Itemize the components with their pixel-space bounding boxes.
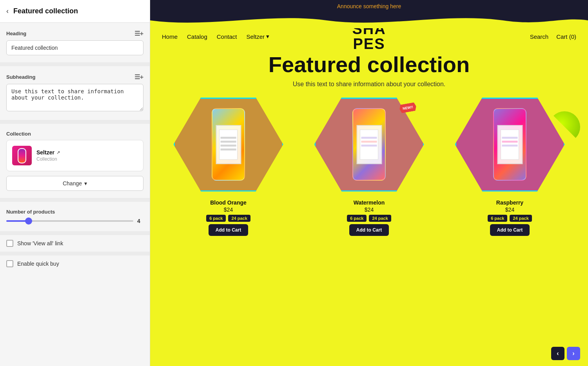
add-to-cart-3[interactable]: Add to Cart xyxy=(490,224,530,236)
divider-3 xyxy=(0,198,150,202)
divider-2 xyxy=(0,120,150,124)
collection-card: Seltzer ↗ Collection xyxy=(6,140,143,171)
can-1 xyxy=(212,108,245,181)
pack-badge-24-3[interactable]: 24 pack xyxy=(510,215,532,222)
product-hex-2: NEW!! xyxy=(314,96,424,194)
svg-rect-6 xyxy=(361,137,377,139)
product-info-3: Raspberry $24 6 pack 24 pack Add to Cart xyxy=(488,199,532,236)
products-count-value: 4 xyxy=(137,218,143,224)
divider-4 xyxy=(0,231,150,235)
product-name-2: Watermelon xyxy=(347,199,391,206)
svg-rect-11 xyxy=(502,141,518,143)
svg-rect-7 xyxy=(361,141,377,143)
product-price-1: $24 xyxy=(206,207,250,213)
heading-label: Heading ☰+ xyxy=(6,30,143,37)
seltzer-dropdown-icon: ▾ xyxy=(266,33,269,40)
nav-search[interactable]: Search xyxy=(530,33,549,40)
nav-right: Search Cart (0) xyxy=(530,33,576,40)
product-card-2: NEW!! Watermelon $24 6 pack 24 pack Add … xyxy=(299,96,439,236)
range-row: 4 xyxy=(6,218,143,224)
panel-title: Featured collection xyxy=(13,7,78,15)
subheading-section: Subheading ☰+ Use this text to share inf… xyxy=(0,66,150,120)
can-label-3 xyxy=(497,125,523,164)
svg-rect-3 xyxy=(221,145,236,147)
panel-header: ‹ Featured collection xyxy=(0,0,150,23)
nav-seltzer[interactable]: Seltzer ▾ xyxy=(246,33,269,40)
change-button[interactable]: Change ▾ xyxy=(6,176,143,191)
pack-badge-6-3[interactable]: 6 pack xyxy=(488,215,507,222)
svg-rect-8 xyxy=(361,145,377,147)
heading-section: Heading ☰+ xyxy=(0,23,150,62)
settings-panel: ‹ Featured collection Heading ☰+ Subhead… xyxy=(0,0,150,366)
carousel-nav: ‹ › xyxy=(551,347,580,360)
can-2 xyxy=(352,108,386,181)
prev-arrow[interactable]: ‹ xyxy=(551,347,564,360)
hero-title: Featured collection xyxy=(166,53,572,77)
divider-1 xyxy=(0,62,150,66)
products-count-slider[interactable] xyxy=(6,220,133,222)
nav-links: Home Catalog Contact Seltzer ▾ xyxy=(162,33,269,40)
nav-home[interactable]: Home xyxy=(162,33,178,40)
add-to-cart-2[interactable]: Add to Cart xyxy=(349,224,389,236)
heading-input[interactable] xyxy=(6,40,143,55)
quick-buy-label: Enable quick buy xyxy=(17,261,59,267)
can-label-1 xyxy=(216,125,241,164)
product-hex-3 xyxy=(455,96,565,194)
collection-name: Seltzer ↗ xyxy=(36,149,60,156)
add-to-cart-1[interactable]: Add to Cart xyxy=(209,224,248,236)
heading-icon[interactable]: ☰+ xyxy=(134,30,143,37)
quick-buy-row: Enable quick buy xyxy=(0,255,150,272)
collection-thumbnail xyxy=(12,146,32,165)
svg-rect-10 xyxy=(502,137,518,139)
wave-svg xyxy=(150,13,588,28)
svg-rect-12 xyxy=(502,145,518,147)
svg-rect-4 xyxy=(221,149,236,150)
hero-subtitle: Use this text to share information about… xyxy=(166,81,572,88)
back-icon[interactable]: ‹ xyxy=(6,7,9,15)
product-name-1: Blood Orange xyxy=(206,199,250,206)
product-card-3: Raspberry $24 6 pack 24 pack Add to Cart xyxy=(439,96,580,236)
store-preview: Announce something here Home Catalog Con… xyxy=(150,0,588,366)
view-all-label: Show 'View all' link xyxy=(17,240,63,246)
collection-section: Collection Seltzer ↗ Collection Change ▾ xyxy=(0,124,150,198)
can-3 xyxy=(493,108,526,181)
product-card-1: Blood Orange $24 6 pack 24 pack Add to C… xyxy=(158,96,299,236)
svg-rect-1 xyxy=(221,137,236,139)
pack-options-1: 6 pack 24 pack xyxy=(206,215,250,222)
product-price-3: $24 xyxy=(488,207,532,213)
product-name-3: Raspberry xyxy=(488,199,532,206)
collection-item: Seltzer ↗ Collection xyxy=(12,146,138,165)
pack-badge-6-1[interactable]: 6 pack xyxy=(206,215,226,222)
product-info-2: Watermelon $24 6 pack 24 pack Add to Car… xyxy=(347,199,391,236)
pack-badge-24-2[interactable]: 24 pack xyxy=(369,215,391,222)
next-arrow[interactable]: › xyxy=(567,347,580,360)
quick-buy-checkbox[interactable] xyxy=(6,260,13,267)
svg-rect-2 xyxy=(221,141,236,143)
external-link-icon[interactable]: ↗ xyxy=(56,150,60,155)
divider-5 xyxy=(0,252,150,255)
pack-badge-6-2[interactable]: 6 pack xyxy=(347,215,367,222)
nav-contact[interactable]: Contact xyxy=(217,33,237,40)
products-row: Blood Orange $24 6 pack 24 pack Add to C… xyxy=(150,92,588,366)
subheading-textarea[interactable]: Use this text to share information about… xyxy=(6,84,143,111)
view-all-row: Show 'View all' link xyxy=(0,235,150,252)
product-hex-1 xyxy=(174,96,283,194)
store-nav: Home Catalog Contact Seltzer ▾ SHA PES S… xyxy=(150,28,588,45)
number-section: Number of products 4 xyxy=(0,202,150,231)
dropdown-icon: ▾ xyxy=(84,180,87,187)
nav-catalog[interactable]: Catalog xyxy=(187,33,207,40)
nav-cart[interactable]: Cart (0) xyxy=(556,33,576,40)
view-all-checkbox[interactable] xyxy=(6,240,13,247)
pack-options-2: 6 pack 24 pack xyxy=(347,215,391,222)
collection-subtitle: Collection xyxy=(36,156,60,162)
subheading-icon[interactable]: ☰+ xyxy=(134,73,143,81)
product-price-2: $24 xyxy=(347,207,391,213)
pack-options-3: 6 pack 24 pack xyxy=(488,215,532,222)
pack-badge-24-1[interactable]: 24 pack xyxy=(228,215,250,222)
new-badge: NEW!! xyxy=(399,102,417,113)
can-label-2 xyxy=(356,125,382,164)
announcement-bar: Announce something here xyxy=(150,0,588,13)
number-label: Number of products xyxy=(6,209,143,215)
product-info-1: Blood Orange $24 6 pack 24 pack Add to C… xyxy=(206,199,250,236)
collection-label: Collection xyxy=(6,131,143,137)
